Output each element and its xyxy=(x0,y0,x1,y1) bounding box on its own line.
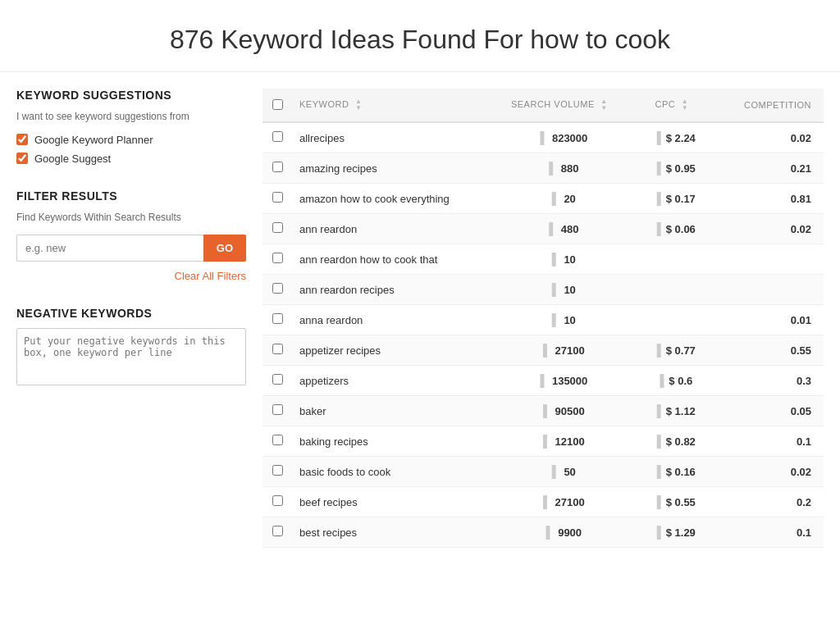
filter-results-desc: Find Keywords Within Search Results xyxy=(16,211,246,225)
row-checkbox-cell xyxy=(262,426,291,457)
source-google-suggest-checkbox[interactable] xyxy=(16,153,28,164)
row-volume: ▐ 10 xyxy=(487,305,631,335)
table-row: ann reardon how to cook that ▐ 10 xyxy=(262,244,824,275)
table-body: allrecipes ▐ 823000 ▐$ 2.24 0.02 amazing… xyxy=(262,122,824,548)
keywords-table: KEYWORD ▲▼ SEARCH VOLUME ▲▼ CPC xyxy=(262,89,824,548)
table-row: ann reardon recipes ▐ 10 xyxy=(262,275,824,305)
row-cpc xyxy=(631,305,712,335)
row-keyword: amazing recipes xyxy=(291,153,487,184)
row-keyword: ann reardon xyxy=(291,214,487,244)
cpc-bar-icon: ▐ xyxy=(655,374,664,387)
row-cpc: ▐$ 0.16 xyxy=(631,457,712,487)
cpc-bar-icon: ▐ xyxy=(653,526,661,539)
table-row: ann reardon ▐ 480 ▐$ 0.06 0.02 xyxy=(262,214,824,244)
row-competition: 0.05 xyxy=(712,396,824,426)
cpc-bar-icon: ▐ xyxy=(653,465,661,478)
row-checkbox-cell xyxy=(262,153,291,184)
row-cpc: ▐$ 2.24 xyxy=(631,122,712,153)
row-checkbox[interactable] xyxy=(272,313,283,324)
negative-keywords-title: NEGATIVE KEYWORDS xyxy=(16,307,246,320)
main-layout: KEYWORD SUGGESTIONS I want to see keywor… xyxy=(0,72,840,564)
row-checkbox[interactable] xyxy=(272,435,283,445)
row-checkbox[interactable] xyxy=(272,495,283,506)
row-competition: 0.2 xyxy=(712,487,824,517)
th-select-all xyxy=(262,89,291,122)
volume-bar-icon: ▐ xyxy=(539,435,547,448)
row-checkbox[interactable] xyxy=(272,162,283,172)
table-row: appetizer recipes ▐ 27100 ▐$ 0.77 0.55 xyxy=(262,335,824,366)
row-checkbox[interactable] xyxy=(272,526,283,536)
row-checkbox-cell xyxy=(262,305,291,335)
clear-filters-link[interactable]: Clear All Filters xyxy=(16,270,246,282)
row-checkbox[interactable] xyxy=(272,344,283,354)
row-competition: 0.81 xyxy=(712,184,824,214)
row-competition: 0.1 xyxy=(712,426,824,457)
row-volume: ▐ 27100 xyxy=(487,335,631,366)
source-google-planner-label: Google Keyword Planner xyxy=(34,134,153,146)
go-button[interactable]: GO xyxy=(203,235,246,262)
row-checkbox[interactable] xyxy=(272,283,283,294)
cpc-bar-icon: ▐ xyxy=(653,131,661,144)
filter-search-row: GO xyxy=(16,235,246,262)
keyword-sort-icon[interactable]: ▲▼ xyxy=(355,98,362,112)
row-competition xyxy=(712,275,824,305)
volume-bar-icon: ▐ xyxy=(542,526,550,539)
row-checkbox-cell xyxy=(262,184,291,214)
row-checkbox[interactable] xyxy=(272,222,283,233)
row-checkbox-cell xyxy=(262,335,291,366)
source-google-planner[interactable]: Google Keyword Planner xyxy=(16,134,246,146)
source-google-suggest-label: Google Suggest xyxy=(34,153,111,165)
row-checkbox-cell xyxy=(262,244,291,275)
table-header: KEYWORD ▲▼ SEARCH VOLUME ▲▼ CPC xyxy=(262,89,824,122)
row-volume: ▐ 480 xyxy=(487,214,631,244)
row-volume: ▐ 20 xyxy=(487,184,631,214)
row-keyword: amazon how to cook everything xyxy=(291,184,487,214)
row-keyword: ann reardon recipes xyxy=(291,275,487,305)
negative-keywords-textarea[interactable] xyxy=(16,328,246,385)
row-competition: 0.02 xyxy=(712,122,824,153)
row-checkbox-cell xyxy=(262,517,291,548)
th-competition: COMPETITION xyxy=(712,89,824,122)
row-volume: ▐ 10 xyxy=(487,275,631,305)
volume-sort-icon[interactable]: ▲▼ xyxy=(600,98,607,112)
row-checkbox[interactable] xyxy=(272,253,283,263)
th-volume: SEARCH VOLUME ▲▼ xyxy=(487,89,631,122)
row-checkbox[interactable] xyxy=(272,374,283,385)
row-checkbox[interactable] xyxy=(272,404,283,415)
th-keyword: KEYWORD ▲▼ xyxy=(291,89,487,122)
select-all-checkbox[interactable] xyxy=(272,99,283,110)
row-competition: 0.21 xyxy=(712,153,824,184)
row-keyword: baking recipes xyxy=(291,426,487,457)
cpc-bar-icon: ▐ xyxy=(653,344,661,357)
row-checkbox-cell xyxy=(262,457,291,487)
negative-keywords-section: NEGATIVE KEYWORDS xyxy=(16,307,246,388)
row-checkbox[interactable] xyxy=(272,131,283,142)
row-volume: ▐ 10 xyxy=(487,244,631,275)
table-row: baker ▐ 90500 ▐$ 1.12 0.05 xyxy=(262,396,824,426)
row-cpc: ▐$ 0.6 xyxy=(631,366,712,396)
cpc-bar-icon: ▐ xyxy=(653,222,661,235)
row-cpc: ▐$ 0.06 xyxy=(631,214,712,244)
volume-bar-icon: ▐ xyxy=(545,162,553,175)
row-cpc: ▐$ 1.12 xyxy=(631,396,712,426)
source-google-planner-checkbox[interactable] xyxy=(16,134,28,145)
row-checkbox[interactable] xyxy=(272,465,283,476)
table-row: basic foods to cook ▐ 50 ▐$ 0.16 0.02 xyxy=(262,457,824,487)
row-competition: 0.02 xyxy=(712,457,824,487)
volume-bar-icon: ▐ xyxy=(548,465,556,478)
row-checkbox[interactable] xyxy=(272,192,283,203)
cpc-bar-icon: ▐ xyxy=(653,404,661,417)
table-row: best recipes ▐ 9900 ▐$ 1.29 0.1 xyxy=(262,517,824,548)
row-cpc: ▐$ 1.29 xyxy=(631,517,712,548)
row-volume: ▐ 50 xyxy=(487,457,631,487)
cpc-sort-icon[interactable]: ▲▼ xyxy=(682,98,688,112)
volume-bar-icon: ▐ xyxy=(548,313,556,326)
row-keyword: ann reardon how to cook that xyxy=(291,244,487,275)
volume-bar-icon: ▐ xyxy=(536,374,544,387)
row-volume: ▐ 135000 xyxy=(487,366,631,396)
page-title: 876 Keyword Ideas Found For how to cook xyxy=(16,25,824,55)
cpc-bar-icon: ▐ xyxy=(653,435,661,448)
source-google-suggest[interactable]: Google Suggest xyxy=(16,153,246,165)
filter-input[interactable] xyxy=(16,235,203,262)
row-cpc xyxy=(631,275,712,305)
